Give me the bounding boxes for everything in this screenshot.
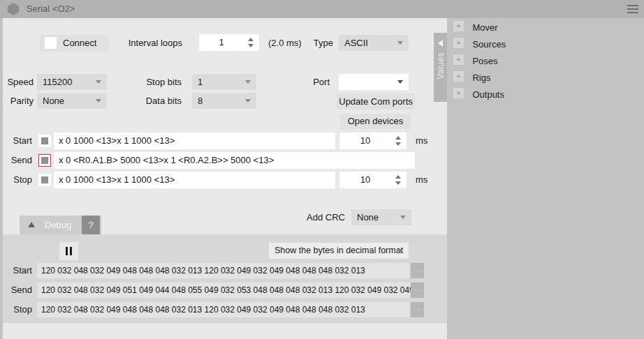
title-bar: Serial <O2> [0, 0, 644, 18]
start-checkbox[interactable] [38, 135, 51, 147]
debug-send-bytes: 120 032 048 032 049 051 049 044 048 055 … [37, 282, 424, 298]
chevron-down-icon [96, 80, 101, 84]
tree-item-label: Outputs [472, 89, 504, 100]
hamburger-menu-icon[interactable] [627, 5, 640, 13]
add-crc-select[interactable]: None [351, 209, 411, 225]
send-command-input[interactable]: x 0 <R0.A1.B> 5000 <13>x 1 <R0.A2.B>> 50… [54, 152, 415, 169]
tree-item-label: Sources [472, 39, 506, 50]
type-label: Type [302, 38, 333, 49]
data-bits-select[interactable]: 8 [192, 93, 256, 109]
data-bits-value: 8 [198, 96, 203, 106]
debug-stop-more-button[interactable]: ... [411, 302, 424, 317]
chevron-down-icon [397, 41, 403, 45]
start-delay-stepper[interactable]: 10 [339, 133, 407, 149]
send-row-label: Send [3, 155, 32, 166]
debug-stop-bytes: 120 032 048 032 049 048 048 048 032 013 … [37, 302, 409, 317]
node-hexagon-icon [6, 2, 20, 16]
connect-label: Connect [63, 38, 96, 48]
byte-format-select[interactable]: Show the bytes in decimal format [269, 243, 409, 259]
start-delay-value[interactable]: 10 [339, 133, 391, 149]
tree-item-outputs[interactable]: + Outputs [453, 88, 504, 99]
values-tree-panel: + Mover + Sources + Poses + Rigs + Outpu… [447, 18, 644, 339]
chevron-down-icon [397, 249, 403, 253]
expand-plus-icon[interactable]: + [453, 71, 464, 82]
stop-delay-unit: ms [416, 174, 427, 186]
tree-item-label: Poses [472, 56, 497, 67]
parity-select[interactable]: None [37, 93, 107, 109]
interval-loops-label: Interval loops [125, 38, 182, 49]
type-select[interactable]: ASCII [339, 35, 409, 51]
spin-up-icon[interactable] [248, 38, 254, 41]
chevron-down-icon [96, 99, 101, 103]
collapse-up-icon[interactable] [28, 222, 35, 227]
spin-up-icon[interactable] [395, 136, 401, 140]
start-delay-unit: ms [416, 135, 427, 146]
connect-button[interactable]: Connect [40, 35, 109, 52]
parity-value: None [43, 96, 64, 106]
send-checkbox[interactable] [38, 154, 51, 167]
speed-value: 115200 [43, 77, 72, 87]
start-row-label: Start [3, 135, 32, 146]
stop-bits-label: Stop bits [141, 77, 182, 88]
stop-checkbox[interactable] [38, 174, 51, 186]
debug-send-label: Send [3, 285, 32, 296]
speed-select[interactable]: 115200 [37, 74, 107, 90]
tree-item-label: Rigs [472, 73, 490, 84]
spin-down-icon[interactable] [395, 181, 401, 185]
checkbox-fill [41, 157, 48, 164]
serial-settings-panel: Connect Interval loops 1 (2.0 ms) Type A… [3, 18, 447, 339]
interval-loops-value[interactable]: 1 [199, 34, 244, 51]
stop-row-label: Stop [3, 174, 32, 186]
help-button[interactable]: ? [82, 216, 100, 234]
debug-tab-label: Debug [45, 216, 71, 234]
collapse-left-icon [438, 40, 443, 47]
expand-plus-icon[interactable]: + [453, 38, 464, 48]
tree-item-rigs[interactable]: + Rigs [453, 71, 490, 82]
checkbox-fill [41, 137, 48, 144]
expand-plus-icon[interactable]: + [453, 54, 464, 65]
type-value: ASCII [344, 38, 368, 48]
tree-item-poses[interactable]: + Poses [453, 54, 498, 66]
open-devices-button[interactable]: Open devices [340, 114, 411, 129]
start-command-input[interactable]: x 0 1000 <13>x 1 1000 <13> [54, 133, 335, 149]
pause-button[interactable] [59, 242, 78, 260]
parity-label: Parity [6, 96, 34, 107]
tree-item-sources[interactable]: + Sources [453, 38, 506, 49]
tree-item-mover[interactable]: + Mover [453, 21, 498, 32]
speed-label: Speed [6, 77, 34, 88]
stop-bits-value: 1 [198, 77, 203, 87]
debug-start-more-button[interactable]: ... [411, 263, 424, 278]
chevron-down-icon [400, 216, 406, 219]
stop-command-input[interactable]: x 0 1000 <13>x 1 1000 <13> [54, 172, 335, 188]
pause-icon [70, 247, 72, 255]
debug-start-label: Start [3, 265, 32, 276]
debug-send-more-button[interactable]: ... [411, 282, 424, 298]
stop-delay-stepper[interactable]: 10 [339, 172, 407, 188]
debug-tab[interactable]: Debug ? [20, 216, 101, 234]
port-label: Port [302, 77, 330, 88]
stop-bits-select[interactable]: 1 [192, 74, 256, 90]
spin-down-icon[interactable] [248, 44, 254, 47]
add-crc-label: Add CRC [270, 212, 345, 223]
expand-plus-icon[interactable]: + [453, 21, 464, 31]
interval-loops-stepper[interactable]: 1 [199, 34, 259, 51]
update-com-ports-button[interactable]: Update Com ports [337, 93, 415, 110]
stop-delay-value[interactable]: 10 [339, 172, 391, 188]
port-select[interactable] [339, 74, 409, 90]
debug-start-bytes: 120 032 048 032 049 048 048 048 032 013 … [37, 263, 409, 278]
chevron-down-icon [245, 99, 251, 103]
data-bits-label: Data bits [141, 96, 182, 107]
byte-format-value: Show the bytes in decimal format [275, 246, 403, 255]
values-tab-label: Values [436, 52, 446, 80]
spin-up-icon[interactable] [395, 175, 401, 179]
connect-checkbox[interactable] [45, 37, 57, 49]
chevron-down-icon [245, 80, 251, 84]
checkbox-fill [41, 176, 48, 183]
window-title: Serial <O2> [27, 0, 75, 18]
spin-down-icon[interactable] [395, 142, 401, 146]
pause-icon [66, 247, 68, 255]
expand-plus-icon[interactable]: + [453, 88, 464, 98]
tree-item-label: Mover [472, 22, 497, 33]
interval-hint: (2.0 ms) [268, 38, 302, 49]
values-side-tab[interactable]: Values [434, 33, 448, 102]
